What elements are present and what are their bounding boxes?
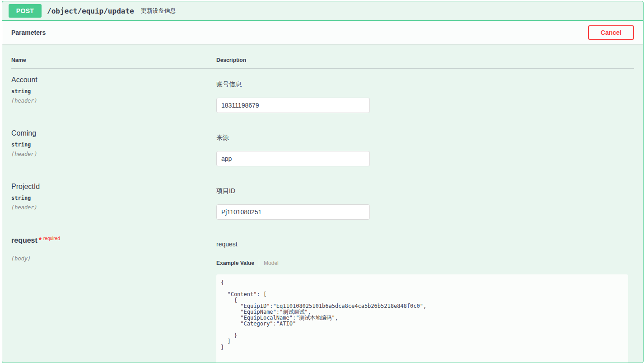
param-name-cell: Account string (header) — [11, 76, 216, 113]
param-description: 项目ID — [216, 187, 634, 195]
endpoint-path: /object/equip/update — [47, 7, 134, 15]
column-header-description: Description — [216, 57, 634, 63]
param-name: ProjectId — [11, 183, 216, 191]
tab-divider — [259, 259, 259, 267]
coming-value-input[interactable] — [216, 151, 370, 166]
param-row-account: Account string (header) 账号信息 — [11, 69, 634, 122]
param-description: request — [216, 240, 634, 248]
parameters-title: Parameters — [11, 29, 46, 36]
operation-block: POST /object/equip/update 更新设备信息 Paramet… — [2, 1, 644, 363]
param-description: 账号信息 — [216, 80, 634, 89]
param-name-cell: Coming string (header) — [11, 129, 216, 166]
parameters-table: Name Description Account string (header)… — [2, 44, 643, 363]
required-label: required — [43, 236, 60, 241]
param-description-cell: request Example Value Model { "Content":… — [216, 236, 634, 363]
param-location: (body) — [11, 255, 216, 262]
post-method-badge[interactable]: POST — [9, 4, 42, 18]
param-row-request-body: request*required (body) request Example … — [11, 229, 634, 363]
body-example-textarea[interactable]: { "Content": [ { "EquipID":"Eq1101080251… — [216, 274, 628, 363]
param-location: (header) — [11, 151, 216, 157]
param-location: (header) — [11, 98, 216, 104]
column-header-name: Name — [11, 57, 216, 63]
param-description-cell: 项目ID — [216, 183, 634, 220]
param-name-cell: request*required (body) — [11, 236, 216, 363]
param-description: 来源 — [216, 134, 634, 142]
cancel-button[interactable]: Cancel — [588, 25, 634, 40]
parameters-section-header: Parameters Cancel — [2, 21, 643, 44]
param-name: request*required — [11, 236, 216, 245]
table-header-row: Name Description — [11, 57, 634, 69]
param-row-projectid: ProjectId string (header) 项目ID — [11, 175, 634, 229]
param-type: string — [11, 195, 216, 201]
param-type: string — [11, 141, 216, 148]
param-name-cell: ProjectId string (header) — [11, 183, 216, 220]
param-name: Coming — [11, 129, 216, 137]
param-location: (header) — [11, 204, 216, 211]
projectid-value-input[interactable] — [216, 204, 370, 220]
account-value-input[interactable] — [216, 98, 370, 113]
endpoint-description: 更新设备信息 — [141, 7, 176, 15]
required-star: * — [39, 236, 42, 244]
param-description-cell: 账号信息 — [216, 76, 634, 113]
endpoint-summary-bar[interactable]: POST /object/equip/update 更新设备信息 — [2, 1, 643, 21]
param-name: Account — [11, 76, 216, 84]
tab-model[interactable]: Model — [264, 260, 279, 266]
body-param-name: request — [11, 236, 37, 244]
example-model-tabs: Example Value Model — [216, 259, 634, 267]
param-description-cell: 来源 — [216, 129, 634, 166]
param-row-coming: Coming string (header) 来源 — [11, 122, 634, 175]
param-type: string — [11, 88, 216, 94]
tab-example-value[interactable]: Example Value — [216, 260, 254, 266]
